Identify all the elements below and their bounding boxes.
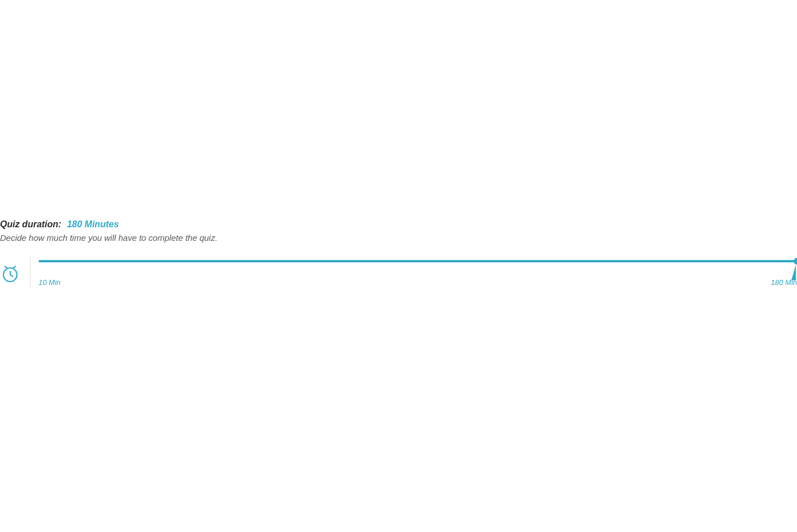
svg-line-3 <box>5 266 7 268</box>
slider-min-label: 10 Min <box>38 278 61 287</box>
duration-description: Decide how much time you will have to co… <box>0 233 797 243</box>
duration-value: 180 Minutes <box>67 219 119 230</box>
duration-label: Quiz duration: <box>0 219 61 230</box>
slider-track[interactable] <box>38 260 797 262</box>
slider-labels: 10 Min 180 Min <box>38 278 797 287</box>
slider-marker-icon[interactable] <box>791 265 796 280</box>
clock-icon <box>0 263 20 284</box>
duration-slider-row: 10 Min 180 Min <box>0 256 797 288</box>
duration-header: Quiz duration: 180 Minutes <box>0 219 797 230</box>
slider-divider <box>30 256 31 288</box>
slider-thumb[interactable] <box>794 258 797 265</box>
duration-slider[interactable]: 10 Min 180 Min <box>38 256 797 287</box>
svg-line-2 <box>10 275 13 276</box>
svg-line-4 <box>13 266 16 268</box>
quiz-duration-section: Quiz duration: 180 Minutes Decide how mu… <box>0 219 797 243</box>
